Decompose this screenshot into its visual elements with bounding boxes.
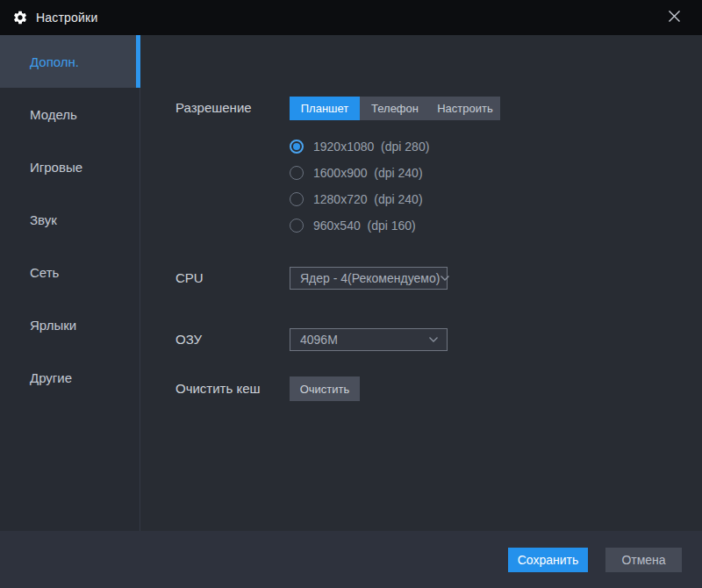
sidebar-item-label: Модель [30, 107, 77, 122]
clear-cache-label: Очистить кеш [176, 381, 261, 397]
chevron-down-icon [428, 336, 439, 343]
radio-option-label: 1600x900 (dpi 240) [313, 166, 423, 180]
ram-dropdown-value: 4096M [300, 333, 428, 347]
chevron-down-icon [440, 275, 450, 282]
resolution-option-1280x720[interactable]: 1280x720 (dpi 240) [290, 190, 423, 208]
sidebar-item-network[interactable]: Сеть [0, 246, 140, 298]
clear-cache-button[interactable]: Очистить [290, 376, 360, 401]
ram-dropdown[interactable]: 4096M [290, 328, 448, 351]
sidebar-item-sound[interactable]: Звук [0, 193, 140, 246]
resolution-label: Разрешение [176, 100, 252, 116]
tab-customize[interactable]: Настроить [430, 97, 500, 120]
ram-label: ОЗУ [176, 332, 202, 348]
sidebar-item-label: Дополн. [30, 54, 79, 69]
radio-selected-icon [290, 140, 304, 154]
save-button[interactable]: Сохранить [508, 548, 588, 572]
close-icon [668, 10, 681, 26]
tab-tablet[interactable]: Планшет [290, 97, 360, 120]
resolution-option-960x540[interactable]: 960x540 (dpi 160) [290, 217, 416, 234]
sidebar-item-label: Звук [30, 212, 57, 227]
window-title: Настройки [36, 11, 97, 25]
radio-option-label: 960x540 (dpi 160) [313, 219, 416, 233]
content-area: Разрешение Планшет Телефон Настроить 192… [140, 35, 702, 531]
settings-window: Настройки Дополн. Модель Игровые Зву [0, 0, 702, 588]
radio-unselected-icon [290, 166, 304, 180]
resolution-option-1600x900[interactable]: 1600x900 (dpi 240) [290, 164, 423, 182]
cancel-button[interactable]: Отмена [605, 548, 682, 572]
radio-option-label: 1280x720 (dpi 240) [313, 192, 423, 206]
cpu-dropdown-value: Ядер - 4(Рекомендуемо) [300, 271, 440, 285]
sidebar-item-advanced[interactable]: Дополн. [0, 35, 140, 88]
sidebar-item-games[interactable]: Игровые [0, 140, 140, 193]
sidebar-item-label: Сеть [30, 265, 59, 280]
resolution-option-1920x1080[interactable]: 1920x1080 (dpi 280) [290, 138, 429, 155]
sidebar-item-model[interactable]: Модель [0, 88, 140, 140]
sidebar-item-shortcuts[interactable]: Ярлыки [0, 298, 140, 351]
dialog-body: Дополн. Модель Игровые Звук Сеть Ярлыки … [0, 35, 702, 531]
cpu-dropdown[interactable]: Ядер - 4(Рекомендуемо) [290, 267, 448, 290]
sidebar: Дополн. Модель Игровые Звук Сеть Ярлыки … [0, 35, 140, 531]
sidebar-item-other[interactable]: Другие [0, 351, 140, 404]
cpu-label: CPU [176, 270, 204, 286]
sidebar-item-label: Игровые [30, 160, 82, 175]
radio-unselected-icon [290, 219, 304, 233]
footer: Сохранить Отмена [0, 531, 702, 588]
sidebar-item-label: Другие [30, 370, 72, 385]
gear-icon [12, 10, 28, 25]
radio-unselected-icon [290, 192, 304, 206]
radio-option-label: 1920x1080 (dpi 280) [313, 140, 429, 154]
close-button[interactable] [656, 0, 691, 35]
sidebar-item-label: Ярлыки [30, 318, 76, 333]
resolution-tabs: Планшет Телефон Настроить [290, 97, 500, 120]
titlebar: Настройки [0, 0, 702, 35]
tab-phone[interactable]: Телефон [360, 97, 430, 120]
